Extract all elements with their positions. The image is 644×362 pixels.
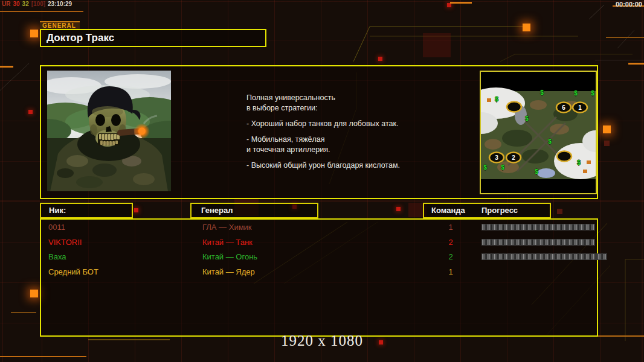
supply-dock-marker: $	[525, 115, 529, 122]
glow-square	[30, 290, 38, 297]
debug-segment: 30	[13, 1, 19, 7]
start-position-marker	[557, 151, 572, 162]
description-line: - Высокий общий урон благодаря кислотам.	[246, 160, 400, 171]
start-position-number: 1	[578, 104, 582, 111]
player-nick: VIKTORII	[48, 238, 82, 247]
circuit-dash	[11, 312, 36, 313]
circuit-dash	[0, 66, 13, 68]
dim-square	[604, 141, 610, 146]
column-header-nick: Ник:	[40, 203, 133, 218]
red-square	[378, 57, 382, 61]
player-general: Китай — Танк	[202, 238, 253, 247]
description-line	[246, 129, 400, 135]
glow-square	[603, 125, 611, 133]
general-header-label: Генерал	[201, 204, 233, 217]
start-position-number: 3	[495, 154, 498, 161]
column-header-general: Генерал	[190, 203, 318, 218]
player-nick: Ваха	[48, 252, 66, 261]
description-line	[246, 113, 400, 119]
circuit-dash	[628, 63, 644, 65]
glow-square	[523, 24, 530, 31]
general-description: Полная универсальностьв выборе стратегии…	[246, 93, 400, 171]
red-square	[28, 110, 33, 114]
circuit-dash	[0, 11, 83, 12]
debug-segment: 32	[22, 1, 29, 7]
player-nick: Средний БОТ	[48, 267, 98, 276]
red-square	[396, 207, 401, 211]
minimap: $$$$$$$$$$6132	[480, 71, 597, 194]
resolution-label: 1920 x 1080	[0, 332, 644, 349]
supply-dock-marker: $	[591, 90, 594, 97]
general-portrait	[47, 71, 171, 191]
player-general: ГЛА — Химик	[202, 223, 252, 232]
supply-dock-marker: $	[548, 138, 552, 145]
player-progress-bar	[481, 224, 595, 230]
player-team: 2	[443, 238, 458, 247]
general-badge: GENERAL	[40, 21, 80, 30]
debug-segment: UR	[2, 1, 10, 7]
player-team: 1	[443, 267, 458, 276]
nick-header-label: Ник:	[49, 204, 66, 217]
debug-readout: UR3032[100]23:10:29	[2, 1, 74, 7]
description-line	[246, 155, 400, 160]
general-info-panel: Полная универсальностьв выборе стратегии…	[40, 65, 598, 199]
team-header-label: Команда	[431, 204, 465, 217]
supply-dock-marker: $	[540, 89, 544, 96]
general-name-title: Доктор Тракс	[40, 29, 266, 47]
supply-dock-marker: $	[574, 90, 578, 97]
column-header-team-progress: Команда Прогресс	[423, 203, 551, 218]
player-general: Китай — Огонь	[202, 252, 257, 261]
player-row: ВахаКитай — Огонь2	[41, 250, 597, 265]
description-line: Полная универсальность	[246, 93, 400, 103]
player-team: 2	[443, 252, 458, 261]
player-progress-bar	[481, 239, 595, 246]
player-list-panel: 0011ГЛА — Химик1VIKTORIIКитай — Танк2Вах…	[40, 218, 598, 337]
start-position-number: 2	[512, 154, 515, 161]
supply-dock-marker: $	[495, 96, 498, 103]
player-progress-bar	[481, 253, 607, 260]
player-row: VIKTORIIКитай — Танк2	[41, 236, 597, 251]
circuit-dash	[450, 2, 472, 4]
player-general: Китай — Ядер	[202, 267, 255, 276]
background-blotch	[423, 33, 451, 57]
match-timer: 00:00:00	[616, 1, 642, 8]
description-line: - Хороший набор танков для лобовых атак.	[246, 119, 400, 129]
start-position-marker	[507, 102, 521, 112]
red-square	[134, 208, 138, 212]
dim-square	[557, 209, 562, 214]
progress-header-label: Прогресс	[481, 204, 518, 217]
description-line: в выборе стратегии:	[246, 103, 400, 113]
description-line: и точечная артиллерия.	[246, 145, 400, 155]
supply-dock-marker: $	[535, 168, 538, 175]
glow-square	[30, 30, 38, 37]
player-row: Средний БОТКитай — Ядер1	[41, 265, 597, 281]
player-team: 1	[443, 223, 458, 232]
red-square	[447, 3, 451, 7]
player-row: 0011ГЛА — Химик1	[41, 221, 597, 236]
debug-segment: [100]	[31, 1, 45, 7]
circuit-dash	[0, 356, 86, 357]
debug-segment: 23:10:29	[48, 1, 72, 7]
start-position-number: 6	[562, 104, 565, 111]
circuit-dash	[606, 37, 644, 38]
player-nick: 0011	[48, 223, 65, 232]
supply-dock-marker: $	[577, 159, 581, 166]
supply-dock-marker: $	[501, 164, 504, 171]
player-rows: 0011ГЛА — Химик1VIKTORIIКитай — Танк2Вах…	[41, 220, 597, 280]
supply-dock-marker: $	[483, 164, 487, 171]
description-line: - Мобильная, тяжёлая	[246, 135, 400, 145]
